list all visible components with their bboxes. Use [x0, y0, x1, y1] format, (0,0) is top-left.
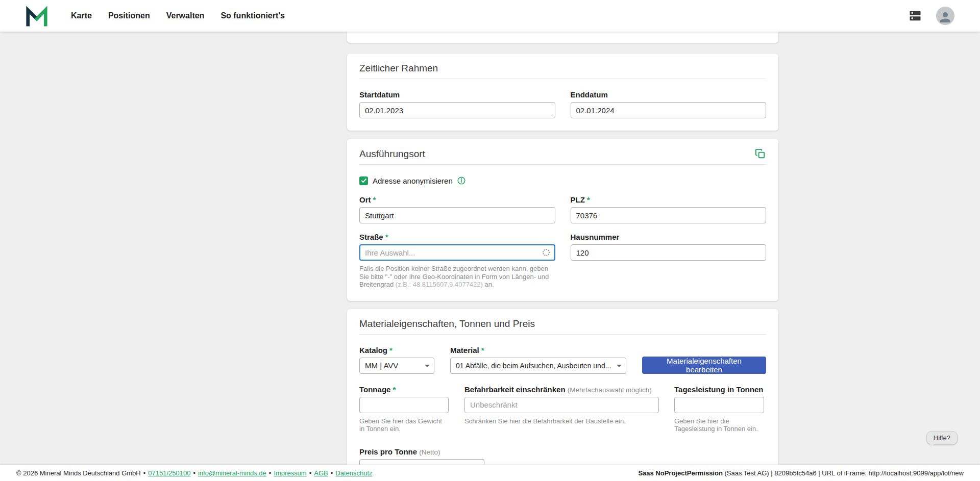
- nav-right: [908, 7, 954, 25]
- user-avatar[interactable]: [936, 7, 954, 25]
- required-marker: *: [373, 195, 376, 204]
- required-marker: *: [481, 346, 484, 355]
- startdatum-input[interactable]: [359, 102, 555, 118]
- field-startdatum: Startdatum: [359, 90, 555, 118]
- field-ort: Ort*: [359, 195, 555, 223]
- strasse-hint: Falls die Position keiner Straße zugeord…: [359, 265, 555, 289]
- field-material: Material* 01 Abfälle, die beim Aufsuchen…: [450, 346, 626, 374]
- loading-spinner-icon: [543, 249, 550, 256]
- tagesleistung-label: Tagesleistung in Tonnen: [674, 385, 764, 394]
- nav-item-verwalten[interactable]: Verwalten: [166, 11, 205, 20]
- field-plz: PLZ*: [571, 195, 767, 223]
- befahrbarkeit-hint: Schränken Sie hier die Befahrbarkeit der…: [464, 417, 659, 425]
- separator: •: [269, 469, 272, 477]
- befahrbarkeit-input[interactable]: [464, 397, 659, 413]
- footer-left: © 2026 Mineral Minds Deutschland GmbH • …: [16, 469, 373, 477]
- top-nav: Karte Positionen Verwalten So funktionie…: [0, 0, 980, 32]
- tagesleistung-input[interactable]: [674, 397, 764, 413]
- tonnage-label: Tonnage*: [359, 385, 449, 394]
- field-katalog: Katalog* MM | AVV: [359, 346, 434, 374]
- footer: © 2026 Mineral Minds Deutschland GmbH • …: [0, 465, 980, 481]
- nav-item-so-funktionierts[interactable]: So funktioniert's: [220, 11, 285, 20]
- session-name: Saas NoProjectPermission: [638, 469, 722, 477]
- plz-label: PLZ*: [571, 195, 767, 204]
- katalog-select[interactable]: MM | AVV: [359, 358, 434, 374]
- card-material-title: Materialeigenschaften, Tonnen und Preis: [359, 318, 766, 330]
- separator: •: [309, 469, 312, 477]
- copyright-text: © 2026 Mineral Minds Deutschland GmbH: [16, 469, 141, 477]
- separator: •: [143, 469, 146, 477]
- footer-session-info: Saas NoProjectPermission (Saas Test AG) …: [638, 469, 964, 477]
- anonymize-row: Adresse anonymisieren: [359, 176, 766, 185]
- person-icon: [938, 10, 953, 25]
- tonnage-input[interactable]: [359, 397, 449, 413]
- ort-label: Ort*: [359, 195, 555, 204]
- separator: •: [331, 469, 333, 477]
- preis-label: Preis pro Tonne (Netto): [359, 447, 766, 456]
- card-timeframe: Zeitlicher Rahmen Startdatum Enddatum: [347, 54, 778, 131]
- strasse-input[interactable]: [359, 244, 555, 261]
- help-button[interactable]: Hilfe?: [926, 431, 958, 445]
- separator: •: [193, 469, 195, 477]
- footer-link-phone[interactable]: 07151/250100: [148, 469, 190, 477]
- chevron-down-icon: [425, 365, 430, 367]
- hausnummer-label: Hausnummer: [571, 233, 767, 241]
- required-marker: *: [393, 385, 396, 394]
- copy-icon[interactable]: [754, 148, 766, 160]
- tonnage-hint: Geben Sie hier das Gewicht in Tonnen ein…: [359, 417, 449, 433]
- field-tonnage: Tonnage* Geben Sie hier das Gewicht in T…: [359, 385, 449, 433]
- hausnummer-input[interactable]: [571, 244, 767, 261]
- card-partial-top: [347, 32, 778, 43]
- card-material: Materialeigenschaften, Tonnen und Preis …: [347, 309, 778, 481]
- info-icon[interactable]: [457, 176, 466, 185]
- field-enddatum: Enddatum: [571, 90, 767, 118]
- check-icon: [361, 178, 367, 184]
- katalog-label: Katalog*: [359, 346, 434, 355]
- strasse-label: Straße*: [359, 233, 555, 241]
- divider: [359, 334, 766, 335]
- field-hausnummer: Hausnummer: [571, 233, 767, 289]
- ort-input[interactable]: [359, 207, 555, 223]
- divider: [359, 79, 766, 79]
- required-marker: *: [587, 195, 590, 204]
- divider: [359, 164, 766, 165]
- field-strasse: Straße* Falls die Position keiner Straße…: [359, 233, 555, 289]
- field-tagesleistung: Tagesleistung in Tonnen Geben Sie hier d…: [674, 385, 764, 433]
- anonymize-label: Adresse anonymisieren: [373, 176, 453, 185]
- card-location: Ausführungsort Adresse anonymisieren: [347, 139, 778, 301]
- main-nav: Karte Positionen Verwalten So funktionie…: [71, 11, 285, 20]
- required-marker: *: [389, 346, 393, 355]
- plz-input[interactable]: [571, 207, 767, 223]
- server-stack-icon[interactable]: [908, 8, 923, 23]
- material-label: Material*: [450, 346, 626, 355]
- startdatum-label: Startdatum: [359, 90, 555, 99]
- anonymize-checkbox[interactable]: [359, 176, 368, 185]
- logo-mark: [25, 5, 48, 27]
- footer-link-agb[interactable]: AGB: [314, 469, 328, 477]
- field-befahrbarkeit: Befahrbarkeit einschränken (Mehrfachausw…: [464, 385, 659, 433]
- footer-link-email[interactable]: info@mineral-minds.de: [198, 469, 266, 477]
- enddatum-label: Enddatum: [571, 90, 767, 99]
- befahrbarkeit-label: Befahrbarkeit einschränken (Mehrfachausw…: [464, 385, 659, 394]
- card-timeframe-title: Zeitlicher Rahmen: [359, 63, 766, 74]
- tagesleistung-hint: Geben Sie hier die Tagesleistung in Tonn…: [674, 417, 764, 433]
- session-details: (Saas Test AG) | 8209b5fc54a6 | URL of i…: [723, 469, 964, 477]
- form-column: Zeitlicher Rahmen Startdatum Enddatum Au…: [347, 32, 778, 481]
- footer-link-datenschutz[interactable]: Datenschutz: [335, 469, 372, 477]
- nav-item-karte[interactable]: Karte: [71, 11, 92, 20]
- footer-link-impressum[interactable]: Impressum: [274, 469, 306, 477]
- main-content: Zeitlicher Rahmen Startdatum Enddatum Au…: [0, 32, 980, 481]
- nav-item-positionen[interactable]: Positionen: [108, 11, 150, 20]
- edit-material-properties-button[interactable]: Materialeigenschaften bearbeiten: [642, 357, 766, 374]
- enddatum-input[interactable]: [571, 102, 767, 118]
- material-select[interactable]: 01 Abfälle, die beim Aufsuchen, Ausbeute…: [450, 358, 626, 374]
- card-location-title: Ausführungsort: [359, 148, 425, 160]
- required-marker: *: [385, 233, 388, 241]
- chevron-down-icon: [617, 365, 622, 367]
- app-logo[interactable]: [25, 4, 50, 28]
